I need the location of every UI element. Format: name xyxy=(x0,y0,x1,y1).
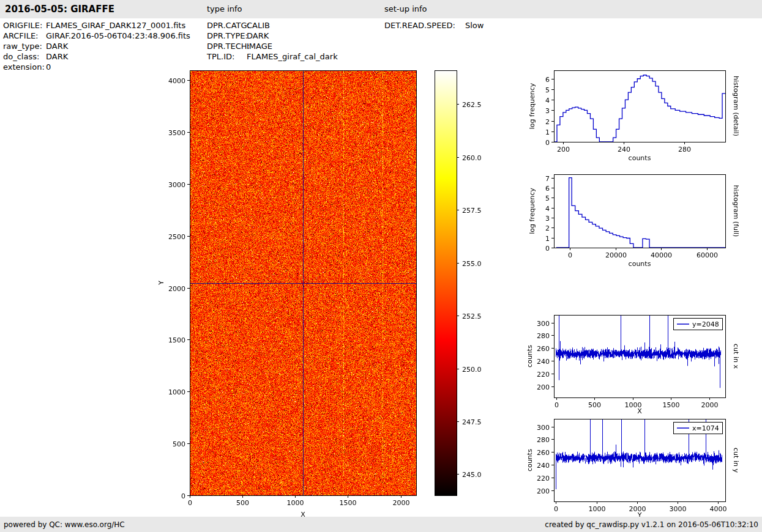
raw-image-canvas xyxy=(144,64,496,526)
field-label-tpl-id: TPL.ID: xyxy=(207,51,247,62)
field-value-dpr-type: DARK xyxy=(247,31,269,41)
field-value-extension: 0 xyxy=(46,62,51,72)
footer-left-text: powered by QC: www.eso.org/HC xyxy=(4,520,125,529)
field-label-dpr-type: DPR.TYPE: xyxy=(207,31,247,41)
field-label-arcfile: ARCFILE: xyxy=(3,31,46,41)
type-info-row: TPL.ID:FLAMES_giraf_cal_dark xyxy=(207,51,338,62)
setup-info-row: DET.READ.SPEED:Slow xyxy=(384,20,484,31)
field-value-raw-type: DARK xyxy=(46,41,68,51)
field-label-dpr-catg: DPR.CATG: xyxy=(207,20,247,31)
type-info-row: DPR.CATG:CALIB xyxy=(207,20,338,31)
page-title: 2016-05-05: GIRAFFE xyxy=(5,4,114,15)
file-info-row: do_class:DARK xyxy=(3,51,190,62)
field-label-det-read-speed: DET.READ.SPEED: xyxy=(384,20,465,31)
qc-report-page: 2016-05-05: GIRAFFE type info set-up inf… xyxy=(0,0,762,532)
field-label-raw-type: raw_type: xyxy=(3,41,46,51)
footer-bar: powered by QC: www.eso.org/HC created by… xyxy=(0,517,762,532)
field-label-do-class: do_class: xyxy=(3,51,46,62)
field-value-do-class: DARK xyxy=(46,51,68,62)
field-value-tpl-id: FLAMES_giraf_cal_dark xyxy=(247,51,338,62)
setup-info-block: DET.READ.SPEED:Slow xyxy=(384,20,484,31)
field-label-origfile: ORIGFILE: xyxy=(3,20,46,31)
type-info-heading: type info xyxy=(207,4,242,13)
file-info-row: ARCFILE:GIRAF.2016-05-06T04:23:48.906.fi… xyxy=(3,31,190,41)
type-info-block: DPR.CATG:CALIB DPR.TYPE:DARK DPR.TECH:IM… xyxy=(207,20,338,62)
cut-in-y-canvas xyxy=(517,410,762,520)
histogram-full-canvas xyxy=(517,166,762,273)
field-label-extension: extension: xyxy=(3,62,46,72)
footer-right-text: created by qc_rawdisp.py v1.2.1 on 2016-… xyxy=(545,520,758,529)
field-value-dpr-catg: CALIB xyxy=(247,20,270,31)
field-value-det-read-speed: Slow xyxy=(465,20,484,31)
type-info-row: DPR.TECH:IMAGE xyxy=(207,41,338,51)
cut-in-x-canvas xyxy=(517,306,762,416)
setup-info-heading: set-up info xyxy=(384,4,427,13)
file-info-row: ORIGFILE:FLAMES_GIRAF_DARK127_0001.fits xyxy=(3,20,190,31)
field-value-origfile: FLAMES_GIRAF_DARK127_0001.fits xyxy=(46,20,185,31)
file-info-row: raw_type:DARK xyxy=(3,41,190,51)
field-label-dpr-tech: DPR.TECH: xyxy=(207,41,247,51)
header-bar: 2016-05-05: GIRAFFE type info set-up inf… xyxy=(0,0,762,18)
field-value-dpr-tech: IMAGE xyxy=(247,41,272,51)
histogram-detail-canvas xyxy=(517,61,762,168)
field-value-arcfile: GIRAF.2016-05-06T04:23:48.906.fits xyxy=(46,31,190,41)
type-info-row: DPR.TYPE:DARK xyxy=(207,31,338,41)
